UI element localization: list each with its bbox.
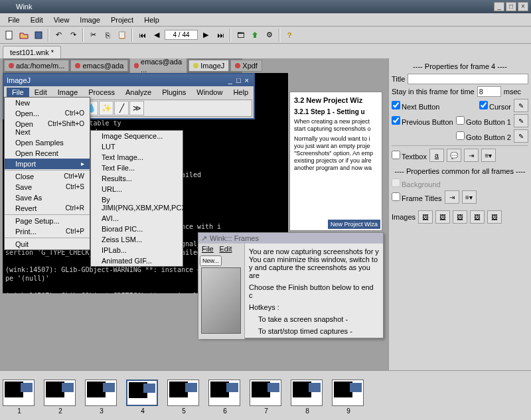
goto2-checkbox[interactable] — [456, 131, 465, 140]
prev-icon[interactable]: ◀ — [150, 29, 163, 42]
textbox-callout-icon[interactable]: 💬 — [447, 149, 461, 162]
imagej-menu-edit[interactable]: Edit — [29, 88, 52, 97]
ft-align-icon[interactable]: ⇥ — [445, 190, 459, 204]
submenu-item[interactable]: Text Image... — [91, 152, 183, 163]
thumbnail[interactable]: 8 — [291, 380, 324, 415]
imagej-menu-analyze[interactable]: Analyze — [120, 88, 157, 97]
image-btn-5[interactable]: 🖼 — [487, 210, 502, 224]
image-btn-1[interactable]: 🖼 — [418, 210, 433, 224]
taskbar-item[interactable]: emacs@ada — [70, 60, 128, 72]
menu-item-quit[interactable]: Quit — [5, 239, 90, 249]
submenu-item[interactable]: URL... — [91, 184, 183, 194]
stay-time-field[interactable] — [477, 86, 501, 97]
wand-icon[interactable]: ✨ — [99, 101, 114, 115]
menu-file[interactable]: File — [3, 15, 25, 25]
textbox-align-icon[interactable]: ⇥ — [464, 149, 479, 162]
goto2-edit-icon[interactable]: ✎ — [514, 129, 528, 143]
submenu-item[interactable]: Zeiss LSM... — [91, 234, 183, 245]
undo-icon[interactable]: ↶ — [52, 29, 65, 42]
textbox-font-icon[interactable]: a — [429, 149, 444, 162]
imagej-menu-window[interactable]: Window — [191, 88, 228, 97]
help-icon[interactable]: ? — [283, 29, 296, 42]
next-button-checkbox[interactable] — [392, 101, 400, 109]
next-icon[interactable]: ▶ — [199, 29, 212, 42]
menu-item-import[interactable]: Import▸ — [5, 159, 90, 169]
submenu-item[interactable]: Text File... — [91, 163, 183, 173]
ft-list-icon[interactable]: ≡▾ — [462, 190, 477, 204]
frame-counter[interactable] — [165, 30, 198, 40]
more-tools-icon[interactable]: ≫ — [129, 101, 144, 115]
menu-item-print-[interactable]: Print...Ctrl+P — [5, 226, 90, 237]
imagej-menu-plugins[interactable]: Plugins — [157, 88, 191, 97]
new-button[interactable]: New... — [200, 255, 222, 266]
menu-edit[interactable]: Edit — [25, 15, 48, 25]
menu-item-open-[interactable]: Open...Ctrl+O — [5, 108, 90, 119]
menu-item-open-samples[interactable]: Open Samples — [5, 137, 90, 148]
prev-button-checkbox[interactable] — [392, 116, 400, 125]
menu-project[interactable]: Project — [106, 15, 139, 25]
last-icon[interactable]: ⏭ — [214, 29, 227, 42]
thumbnail[interactable]: 5 — [167, 380, 200, 415]
submenu-item[interactable]: LUT — [91, 141, 183, 152]
menu-item-page-setup-[interactable]: Page Setup... — [5, 216, 90, 226]
goto1-edit-icon[interactable]: ✎ — [514, 114, 528, 127]
image-btn-2[interactable]: 🖼 — [435, 210, 450, 224]
imagej-menu-file[interactable]: File — [7, 88, 29, 97]
textbox-checkbox[interactable] — [392, 151, 400, 159]
new-project-wizard-button[interactable]: New Project Wiza — [328, 220, 380, 229]
taskbar-item[interactable]: ada:/home/m... — [4, 60, 69, 72]
save-icon[interactable] — [32, 29, 45, 42]
submenu-item[interactable]: By JIMI(PNG,XBM,XPM,PCX,PSD)... — [91, 194, 183, 213]
submenu-item[interactable]: Results... — [91, 173, 183, 184]
thumbnail[interactable]: 1 — [3, 380, 36, 415]
minimize-icon[interactable]: _ — [228, 76, 232, 84]
maximize-icon[interactable]: □ — [506, 2, 516, 11]
submenu-item[interactable]: IPLab... — [91, 245, 183, 255]
textbox-list-icon[interactable]: ≡▾ — [481, 149, 496, 162]
thumbnail[interactable]: 6 — [208, 380, 242, 415]
paste-icon[interactable]: 📋 — [115, 29, 129, 42]
thumbnail[interactable]: 3 — [85, 380, 118, 415]
new-icon[interactable] — [3, 29, 16, 42]
cut-icon[interactable]: ✂ — [86, 29, 100, 42]
menu-image[interactable]: Image — [74, 15, 106, 25]
title-field[interactable] — [408, 74, 528, 84]
menu-view[interactable]: View — [48, 15, 75, 25]
menu-help[interactable]: Help — [139, 15, 165, 25]
thumbnail[interactable]: 2 — [44, 380, 77, 415]
taskbar-item[interactable]: ImageJ — [189, 60, 229, 72]
close-icon[interactable]: × — [518, 2, 528, 11]
menu-item-open-next[interactable]: Open NextCtrl+Shift+O — [5, 119, 90, 137]
menu-item-save[interactable]: SaveCtrl+S — [5, 182, 90, 192]
maximize-icon[interactable]: □ — [236, 76, 241, 84]
line-tool-icon[interactable]: ╱ — [114, 101, 129, 115]
open-icon[interactable] — [17, 29, 31, 42]
taskbar-item[interactable]: Xpdf — [230, 60, 262, 72]
image-btn-4[interactable]: 🖼 — [470, 210, 485, 224]
export-icon[interactable] — [248, 29, 262, 42]
menu-item-close[interactable]: CloseCtrl+W — [5, 171, 90, 182]
wf-menu-file[interactable]: File — [200, 245, 216, 253]
image-btn-3[interactable]: 🖼 — [453, 210, 467, 224]
goto1-checkbox[interactable] — [456, 116, 465, 125]
submenu-item[interactable]: AVI... — [91, 213, 183, 224]
wf-menu-edit[interactable]: Edit — [218, 245, 234, 253]
imagej-menu-process[interactable]: Process — [83, 88, 120, 97]
thumbnail[interactable]: 7 — [250, 380, 283, 415]
minimize-icon[interactable]: _ — [494, 2, 504, 11]
first-icon[interactable]: ⏮ — [135, 29, 149, 42]
copy-icon[interactable]: ⎘ — [101, 29, 114, 42]
menu-item-save-as[interactable]: Save As — [5, 192, 90, 203]
submenu-item[interactable]: Biorad PIC... — [91, 224, 183, 234]
imagej-menu-help[interactable]: Help — [228, 88, 254, 97]
gear-icon[interactable]: ⚙ — [263, 29, 276, 42]
frame-titles-checkbox[interactable] — [392, 192, 400, 201]
cursor-checkbox[interactable] — [479, 101, 488, 109]
close-icon[interactable]: × — [245, 76, 249, 84]
redo-icon[interactable]: ↷ — [66, 29, 80, 42]
cursor-edit-icon[interactable]: ✎ — [514, 99, 528, 112]
wizard-icon[interactable]: 🗔 — [234, 29, 247, 42]
thumbnail[interactable]: 9 — [332, 380, 365, 415]
document-tab[interactable]: test101.wnk * — [3, 46, 61, 58]
submenu-item[interactable]: Animated GIF... — [91, 255, 183, 266]
